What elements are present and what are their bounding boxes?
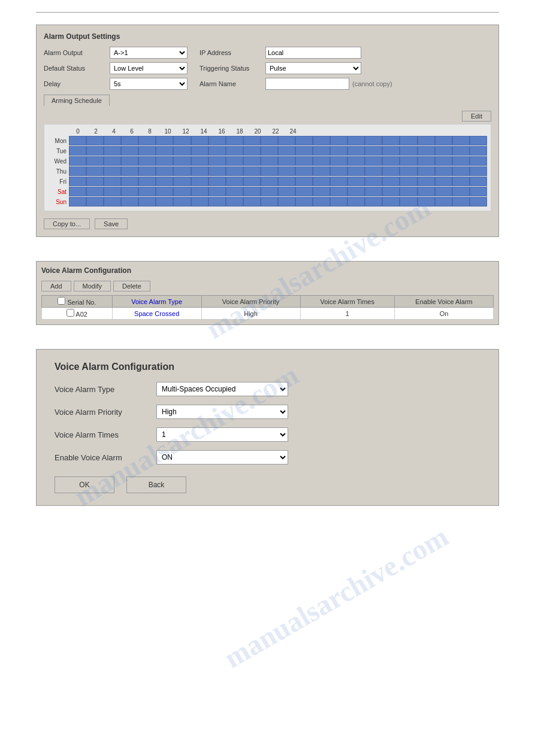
cell <box>452 177 470 186</box>
cell <box>347 166 365 176</box>
cell <box>243 156 261 166</box>
voice-alarm-priority-select[interactable]: High Medium Low <box>156 405 288 419</box>
cell <box>382 197 400 207</box>
cell <box>208 177 226 186</box>
cell <box>104 197 121 207</box>
cell <box>86 187 104 196</box>
cell <box>156 177 173 186</box>
cell <box>121 197 138 207</box>
cell <box>452 166 470 176</box>
col-enable: Enable Voice Alarm <box>395 296 494 308</box>
cell <box>452 136 470 145</box>
cell <box>138 136 156 145</box>
cell-type: Space Crossed <box>112 308 201 320</box>
cell <box>243 187 261 196</box>
cell <box>470 156 487 166</box>
grid-row-wed: Wed <box>48 156 487 166</box>
edit-button[interactable]: Edit <box>462 111 491 122</box>
add-button[interactable]: Add <box>41 281 71 292</box>
bottom-buttons: Copy to... Save <box>44 218 491 229</box>
cell <box>69 136 86 145</box>
cell <box>382 177 400 186</box>
cell <box>191 136 208 145</box>
cell <box>295 166 313 176</box>
hour-6: 6 <box>123 128 141 135</box>
cell <box>121 146 138 156</box>
cell <box>382 187 400 196</box>
cell-priority: High <box>201 308 300 320</box>
cell <box>365 156 382 166</box>
cell <box>226 136 243 145</box>
grid-hour-header: 0 2 4 6 8 10 12 14 16 18 20 22 24 <box>69 128 487 135</box>
cell <box>261 146 278 156</box>
default-status-label: Default Status <box>44 65 110 72</box>
ip-address-input[interactable] <box>265 47 361 59</box>
cell <box>156 166 173 176</box>
day-tue: Tue <box>48 148 69 154</box>
cell <box>470 197 487 207</box>
delay-select[interactable]: 5s <box>110 78 188 90</box>
cell <box>418 156 435 166</box>
modify-button[interactable]: Modify <box>74 281 111 292</box>
voice-alarm-times-label: Voice Alarm Times <box>55 430 156 439</box>
cell <box>347 197 365 207</box>
cell <box>121 187 138 196</box>
ok-back-row: OK Back <box>55 476 480 493</box>
grid-cells-wed <box>69 156 487 166</box>
cell <box>86 197 104 207</box>
enable-voice-alarm-select[interactable]: ON OFF <box>156 450 288 464</box>
cell <box>208 197 226 207</box>
cell <box>278 156 295 166</box>
cell <box>418 197 435 207</box>
cell <box>452 156 470 166</box>
cell <box>382 146 400 156</box>
delay-label: Delay <box>44 80 110 87</box>
day-thu: Thu <box>48 168 69 175</box>
cell <box>208 166 226 176</box>
alarm-output-select[interactable]: A->1 <box>110 47 188 59</box>
cell <box>330 187 347 196</box>
cell <box>121 166 138 176</box>
voice-alarm-form-panel: Voice Alarm Configuration Voice Alarm Ty… <box>36 349 499 506</box>
voice-alarm-times-select[interactable]: 1 2 3 5 <box>156 427 288 442</box>
cell <box>138 146 156 156</box>
cell <box>208 156 226 166</box>
hour-4: 4 <box>105 128 123 135</box>
cell <box>69 146 86 156</box>
row-checkbox[interactable] <box>67 309 74 317</box>
cell-serial: A02 <box>42 308 113 320</box>
table-toolbar: Add Modify Delete <box>41 281 494 292</box>
hour-14: 14 <box>195 128 213 135</box>
cell <box>313 166 330 176</box>
hour-20: 20 <box>249 128 267 135</box>
cell <box>435 177 452 186</box>
hour-10: 10 <box>159 128 177 135</box>
cell <box>121 136 138 145</box>
alarm-name-input[interactable] <box>265 78 349 90</box>
cell <box>173 156 191 166</box>
cell <box>156 156 173 166</box>
cell <box>138 177 156 186</box>
arming-schedule-tab[interactable]: Arming Schedule <box>44 95 110 106</box>
cell <box>347 146 365 156</box>
cell <box>347 156 365 166</box>
triggering-status-select[interactable]: Pulse <box>265 62 361 74</box>
cell <box>173 146 191 156</box>
cell <box>243 146 261 156</box>
day-fri: Fri <box>48 178 69 185</box>
cell <box>435 166 452 176</box>
default-status-select[interactable]: Low Level <box>110 62 188 74</box>
cell <box>226 166 243 176</box>
cell <box>173 177 191 186</box>
save-button[interactable]: Save <box>95 218 128 229</box>
cell <box>156 136 173 145</box>
select-all-checkbox[interactable] <box>58 297 65 305</box>
hour-22: 22 <box>267 128 285 135</box>
grid-cells-sun <box>69 197 487 207</box>
hour-18: 18 <box>231 128 249 135</box>
ok-button[interactable]: OK <box>55 476 114 493</box>
copy-to-button[interactable]: Copy to... <box>44 218 90 229</box>
back-button[interactable]: Back <box>126 476 186 493</box>
voice-alarm-type-select[interactable]: Multi-Spaces Occupied Space Crossed Spac… <box>156 382 288 396</box>
delete-button[interactable]: Delete <box>113 281 150 292</box>
